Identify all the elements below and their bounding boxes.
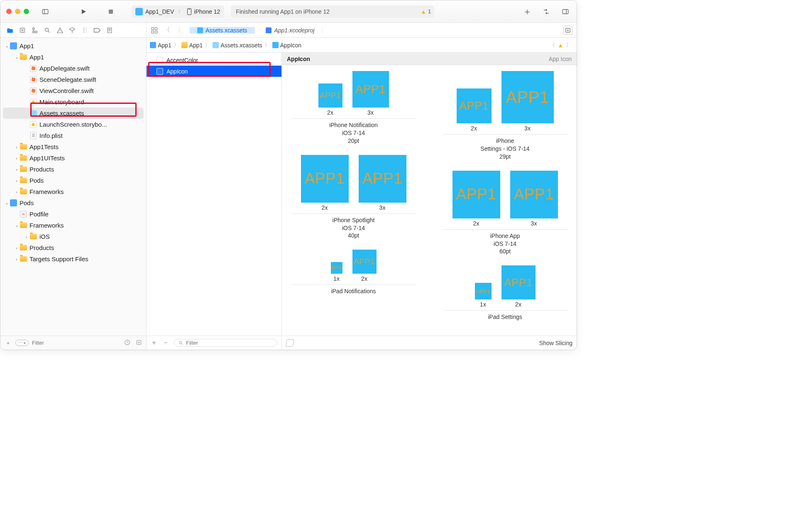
disclosure-icon[interactable]: ⌄ — [4, 200, 10, 206]
tree-folder[interactable]: › iOS — [0, 231, 146, 242]
tree-folder[interactable]: ⌄ Frameworks — [0, 220, 146, 231]
icon-slot[interactable]: APP12x — [501, 265, 536, 308]
tree-folder[interactable]: › App1UITests — [0, 152, 146, 164]
tree-file[interactable]: ViewController.swift — [0, 85, 146, 96]
disclosure-icon[interactable]: › — [24, 234, 29, 239]
tree-folder[interactable]: › Frameworks — [0, 186, 146, 197]
tree-file[interactable]: LaunchScreen.storybo... — [0, 119, 146, 130]
jumpbar-segment[interactable]: Assets.xcassets — [220, 42, 262, 49]
appicon-tile[interactable]: APP1 — [352, 71, 389, 108]
icon-slot[interactable]: APP11x — [475, 283, 492, 308]
recent-filter-icon[interactable] — [123, 339, 131, 347]
tree-file[interactable]: rb Podfile — [0, 208, 146, 220]
appicon-tile[interactable]: APP1 — [510, 171, 558, 218]
scm-status-filter-icon[interactable] — [135, 339, 143, 347]
debug-navigator-icon[interactable] — [79, 25, 90, 35]
minimize-window-button[interactable] — [15, 9, 20, 14]
warnings-badge[interactable]: ▲ 1 — [421, 8, 431, 15]
add-button[interactable]: ＋ — [4, 339, 12, 347]
appicon-tile[interactable]: APP1 — [457, 88, 492, 123]
tree-folder-app1[interactable]: ⌄ App1 — [0, 51, 146, 63]
slicing-icon[interactable] — [286, 339, 294, 347]
test-navigator-icon[interactable] — [67, 25, 78, 35]
tree-folder[interactable]: › Pods — [0, 175, 146, 186]
issue-navigator-icon[interactable] — [54, 25, 65, 35]
activity-viewer[interactable]: Finished running App1 on iPhone 12 ▲ 1 — [231, 5, 434, 18]
appicon-tile[interactable]: APP1 — [359, 155, 406, 203]
icon-slot[interactable]: APP12x — [352, 250, 377, 282]
add-asset-button[interactable]: ＋ — [151, 338, 157, 347]
appicon-tile[interactable]: APP1 — [501, 265, 536, 299]
asset-row-appicon[interactable]: AppIcon — [147, 66, 281, 77]
jumpbar-segment[interactable]: AppIcon — [280, 42, 301, 49]
run-button[interactable] — [78, 7, 89, 16]
report-navigator-icon[interactable] — [104, 25, 115, 35]
history-forward-button[interactable]: 〉 — [176, 26, 186, 35]
tree-folder[interactable]: › Targets Support Files — [0, 253, 146, 265]
disclosure-icon[interactable]: › — [14, 178, 20, 183]
appicon-tile[interactable]: APP1 — [331, 262, 342, 274]
find-navigator-icon[interactable] — [42, 25, 53, 35]
project-navigator-icon[interactable] — [5, 25, 15, 35]
disclosure-icon[interactable]: › — [14, 245, 20, 250]
tree-root-pods[interactable]: ⌄ Pods — [0, 197, 146, 208]
appicon-tile[interactable]: APP1 — [301, 155, 349, 203]
warning-icon[interactable]: ▲ — [558, 42, 563, 49]
inspectors-toggle-icon[interactable] — [560, 7, 571, 16]
icon-slot[interactable]: APP11x — [331, 262, 342, 282]
appicon-tile[interactable]: APP1 — [318, 83, 342, 108]
close-window-button[interactable] — [6, 9, 12, 14]
appicon-tile[interactable]: APP1 — [352, 250, 377, 274]
asset-list[interactable]: AccentColor AppIcon — [147, 53, 281, 336]
asset-filter[interactable] — [174, 339, 277, 347]
icon-slot[interactable]: APP13x — [359, 155, 406, 211]
tree-folder[interactable]: › Products — [0, 164, 146, 175]
show-slicing-button[interactable]: Show Slicing — [539, 340, 572, 346]
source-control-navigator-icon[interactable] — [17, 25, 28, 35]
scheme-selector[interactable]: App1_DEV 〉 iPhone 12 — [131, 5, 224, 18]
icon-slot[interactable]: APP12x — [452, 171, 500, 227]
disclosure-icon[interactable]: › — [14, 156, 20, 161]
jump-bar[interactable]: App1 〉 App1 〉 Assets.xcassets 〉 AppIcon … — [147, 38, 577, 53]
code-review-button[interactable] — [541, 7, 552, 16]
disclosure-icon[interactable]: ⌄ — [4, 43, 10, 49]
tree-folder[interactable]: › App1Tests — [0, 141, 146, 152]
tab-assets[interactable]: Assets.xcassets — [190, 27, 255, 34]
tree-root-app1[interactable]: ⌄ App1 — [0, 40, 146, 51]
symbol-navigator-icon[interactable] — [29, 25, 40, 35]
zoom-window-button[interactable] — [24, 9, 29, 14]
tab-project[interactable]: App1.xcodeproj — [258, 27, 322, 34]
icon-slot[interactable]: APP13x — [510, 171, 558, 227]
tree-file-assets[interactable]: Assets.xcassets — [3, 108, 144, 119]
tree-folder[interactable]: › Products — [0, 242, 146, 253]
history-back-button[interactable]: 〈 — [161, 26, 172, 35]
library-button[interactable]: ＋ — [522, 7, 533, 16]
asset-row-accentcolor[interactable]: AccentColor — [147, 54, 281, 66]
file-tree[interactable]: ⌄ App1 ⌄ App1 AppDelegate.swift SceneDel… — [0, 38, 146, 336]
disclosure-icon[interactable]: ⌄ — [14, 54, 20, 60]
icon-slot[interactable]: APP12x — [318, 83, 342, 116]
jumpbar-forward[interactable]: 〉 — [564, 42, 573, 49]
jumpbar-back[interactable]: 〈 — [548, 42, 557, 49]
asset-canvas[interactable]: APP12xAPP13xiPhone NotificationiOS 7-142… — [282, 65, 577, 336]
icon-slot[interactable]: APP13x — [352, 71, 389, 116]
navigator-filter-input[interactable] — [32, 340, 120, 346]
icon-slot[interactable]: APP12x — [457, 88, 492, 132]
asset-filter-input[interactable] — [186, 340, 273, 346]
icon-slot[interactable]: APP13x — [501, 71, 554, 132]
related-items-icon[interactable] — [151, 27, 158, 34]
disclosure-icon[interactable]: › — [14, 167, 20, 172]
breakpoint-navigator-icon[interactable] — [92, 25, 103, 35]
appicon-tile[interactable]: APP1 — [475, 283, 492, 299]
editor-options-button[interactable] — [563, 26, 572, 35]
appicon-tile[interactable]: APP1 — [452, 171, 500, 218]
sidebar-toggle-icon[interactable] — [40, 7, 51, 16]
jumpbar-segment[interactable]: App1 — [158, 42, 171, 49]
remove-asset-button[interactable]: － — [162, 338, 169, 347]
scm-filter-button[interactable]: ⋯▾ — [15, 340, 29, 346]
tree-file[interactable]: Info.plist — [0, 130, 146, 141]
disclosure-icon[interactable]: › — [14, 257, 20, 262]
stop-button[interactable] — [105, 7, 116, 16]
tree-file[interactable]: SceneDelegate.swift — [0, 74, 146, 85]
icon-slot[interactable]: APP12x — [301, 155, 349, 211]
